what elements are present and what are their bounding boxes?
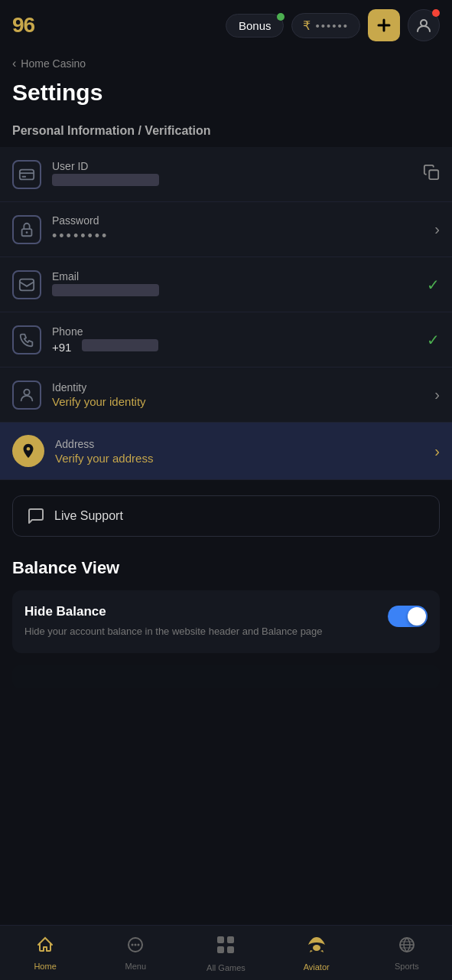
- sports-nav-label: Sports: [395, 962, 419, 971]
- breadcrumb-label[interactable]: Home Casino: [21, 57, 86, 70]
- email-icon-container: [12, 270, 41, 299]
- svg-point-11: [138, 943, 140, 946]
- svg-rect-1: [20, 169, 34, 179]
- address-content: Address Verify your address: [55, 438, 428, 465]
- svg-rect-5: [20, 279, 34, 290]
- address-action-label: Verify your address: [55, 452, 428, 465]
- card-icon-container: [12, 160, 41, 189]
- live-support-section: Live Support: [0, 480, 452, 552]
- identity-content: Identity Verify your identity: [52, 381, 428, 408]
- sports-icon: [398, 936, 416, 959]
- all-games-icon: [215, 934, 236, 960]
- plus-icon: [376, 17, 392, 34]
- phone-value: [82, 339, 158, 351]
- address-label: Address: [55, 438, 428, 450]
- hide-balance-title: Hide Balance: [24, 604, 388, 619]
- user-id-row[interactable]: User ID: [0, 147, 452, 202]
- toggle-thumb: [408, 607, 426, 626]
- identity-action-label: Verify your identity: [52, 395, 428, 408]
- balance-view-section: Balance View Hide Balance Hide your acco…: [0, 552, 452, 653]
- identity-label: Identity: [52, 381, 428, 394]
- identity-chevron: ›: [434, 386, 440, 403]
- hide-balance-toggle[interactable]: [388, 606, 428, 627]
- svg-point-16: [313, 945, 320, 951]
- person-icon: [415, 17, 432, 34]
- phone-prefix: +91: [52, 341, 71, 354]
- email-row[interactable]: Email ✓: [0, 257, 452, 312]
- back-arrow-icon: ‹: [12, 57, 16, 70]
- identity-icon: [18, 387, 35, 403]
- svg-rect-14: [217, 946, 224, 953]
- svg-point-6: [24, 389, 29, 394]
- address-row[interactable]: Address Verify your address ›: [0, 423, 452, 480]
- svg-rect-13: [227, 936, 234, 943]
- address-icon-container: [12, 435, 44, 467]
- identity-row[interactable]: Identity Verify your identity ›: [0, 368, 452, 423]
- svg-rect-12: [217, 936, 224, 943]
- nav-item-all-games[interactable]: All Games: [195, 928, 256, 978]
- balance-value: ••••••: [315, 19, 349, 32]
- settings-list: User ID Password •••••••• ›: [0, 147, 452, 480]
- page-title: Settings: [0, 74, 452, 118]
- email-label: Email: [52, 270, 427, 283]
- password-value: ••••••••: [52, 228, 428, 244]
- all-games-nav-label: All Games: [206, 963, 246, 972]
- phone-verified-icon: ✓: [427, 331, 440, 349]
- email-value: [52, 284, 159, 296]
- lock-icon: [18, 221, 35, 238]
- bonus-button[interactable]: Bonus: [226, 14, 285, 38]
- copy-icon[interactable]: [423, 164, 440, 185]
- personal-info-section-header: Personal Information / Verification: [0, 118, 452, 147]
- live-support-label: Live Support: [54, 509, 123, 523]
- hide-balance-content: Hide Balance Hide your account balance i…: [24, 604, 388, 639]
- menu-nav-label: Menu: [125, 962, 147, 971]
- svg-point-9: [132, 943, 134, 946]
- address-pin-icon: [20, 443, 37, 459]
- password-chevron: ›: [434, 220, 440, 238]
- email-content: Email: [52, 270, 427, 299]
- hide-balance-description: Hide your account balance in the website…: [24, 624, 388, 639]
- svg-point-4: [26, 231, 28, 234]
- bottom-navigation: Home Menu All Games: [0, 925, 452, 980]
- phone-row[interactable]: Phone +91 ✓: [0, 312, 452, 368]
- phone-icon-container: [12, 325, 41, 354]
- logo: 96: [12, 13, 50, 38]
- balance-view-title: Balance View: [12, 558, 440, 578]
- balance-button[interactable]: ₹ ••••••: [291, 13, 360, 38]
- breadcrumb: ‹ Home Casino: [0, 51, 452, 74]
- svg-point-7: [27, 447, 31, 451]
- lock-icon-container: [12, 215, 41, 244]
- password-content: Password ••••••••: [52, 214, 428, 244]
- add-funds-button[interactable]: [368, 9, 400, 41]
- svg-rect-2: [429, 170, 438, 179]
- svg-point-10: [135, 943, 137, 946]
- password-row[interactable]: Password •••••••• ›: [0, 202, 452, 257]
- user-id-content: User ID: [52, 160, 417, 189]
- aviator-nav-label: Aviator: [304, 962, 330, 972]
- currency-symbol: ₹: [303, 18, 311, 33]
- profile-button[interactable]: [408, 9, 440, 41]
- phone-label: Phone: [52, 325, 427, 338]
- hide-balance-item: Hide Balance Hide your account balance i…: [12, 590, 440, 653]
- nav-item-home[interactable]: Home: [15, 929, 76, 977]
- header: 96 Bonus ₹ ••••••: [0, 0, 452, 51]
- home-icon: [36, 936, 54, 959]
- partial-bottom-section: [0, 653, 452, 750]
- bonus-status-dot: [277, 13, 285, 21]
- home-nav-label: Home: [34, 962, 56, 971]
- nav-item-menu[interactable]: Menu: [105, 929, 166, 977]
- profile-notification-dot: [432, 9, 440, 17]
- aviator-icon: [307, 935, 327, 959]
- svg-point-0: [421, 20, 427, 26]
- phone-icon: [18, 332, 35, 348]
- nav-item-sports[interactable]: Sports: [376, 929, 437, 977]
- user-id-value: [52, 174, 159, 186]
- password-label: Password: [52, 214, 428, 227]
- bonus-label: Bonus: [239, 19, 272, 32]
- live-support-button[interactable]: Live Support: [12, 495, 440, 537]
- email-verified-icon: ✓: [427, 276, 440, 294]
- svg-rect-15: [227, 946, 234, 953]
- nav-item-aviator[interactable]: Aviator: [286, 929, 347, 978]
- card-icon: [18, 166, 35, 183]
- address-chevron: ›: [434, 443, 440, 460]
